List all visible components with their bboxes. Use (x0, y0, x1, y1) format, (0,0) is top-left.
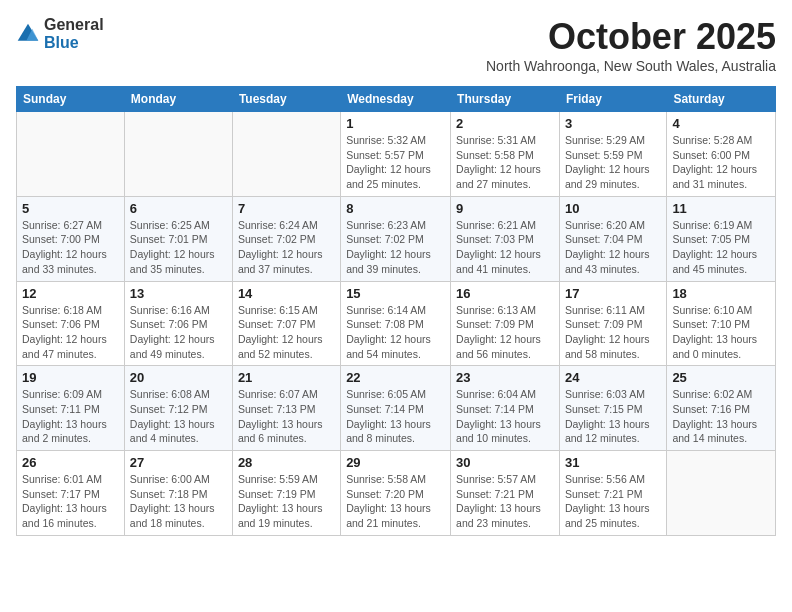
weekday-header-friday: Friday (559, 87, 666, 112)
day-number: 3 (565, 116, 661, 131)
day-info: Sunrise: 5:32 AM Sunset: 5:57 PM Dayligh… (346, 133, 445, 192)
day-number: 22 (346, 370, 445, 385)
day-info: Sunrise: 6:10 AM Sunset: 7:10 PM Dayligh… (672, 303, 770, 362)
weekday-header-saturday: Saturday (667, 87, 776, 112)
calendar-cell: 31Sunrise: 5:56 AM Sunset: 7:21 PM Dayli… (559, 451, 666, 536)
day-number: 6 (130, 201, 227, 216)
calendar-cell: 14Sunrise: 6:15 AM Sunset: 7:07 PM Dayli… (232, 281, 340, 366)
day-number: 27 (130, 455, 227, 470)
calendar-cell (667, 451, 776, 536)
month-title: October 2025 (486, 16, 776, 58)
calendar-cell: 12Sunrise: 6:18 AM Sunset: 7:06 PM Dayli… (17, 281, 125, 366)
calendar-cell: 27Sunrise: 6:00 AM Sunset: 7:18 PM Dayli… (124, 451, 232, 536)
day-number: 17 (565, 286, 661, 301)
day-info: Sunrise: 6:25 AM Sunset: 7:01 PM Dayligh… (130, 218, 227, 277)
weekday-header-sunday: Sunday (17, 87, 125, 112)
day-number: 18 (672, 286, 770, 301)
day-number: 12 (22, 286, 119, 301)
day-number: 23 (456, 370, 554, 385)
calendar-cell: 9Sunrise: 6:21 AM Sunset: 7:03 PM Daylig… (451, 196, 560, 281)
calendar-cell: 21Sunrise: 6:07 AM Sunset: 7:13 PM Dayli… (232, 366, 340, 451)
calendar-cell: 16Sunrise: 6:13 AM Sunset: 7:09 PM Dayli… (451, 281, 560, 366)
day-info: Sunrise: 5:58 AM Sunset: 7:20 PM Dayligh… (346, 472, 445, 531)
day-info: Sunrise: 6:20 AM Sunset: 7:04 PM Dayligh… (565, 218, 661, 277)
calendar-cell: 29Sunrise: 5:58 AM Sunset: 7:20 PM Dayli… (341, 451, 451, 536)
weekday-header-wednesday: Wednesday (341, 87, 451, 112)
day-info: Sunrise: 5:28 AM Sunset: 6:00 PM Dayligh… (672, 133, 770, 192)
day-number: 11 (672, 201, 770, 216)
day-number: 28 (238, 455, 335, 470)
day-info: Sunrise: 6:18 AM Sunset: 7:06 PM Dayligh… (22, 303, 119, 362)
day-number: 15 (346, 286, 445, 301)
day-number: 29 (346, 455, 445, 470)
day-number: 2 (456, 116, 554, 131)
day-number: 1 (346, 116, 445, 131)
day-number: 8 (346, 201, 445, 216)
day-number: 19 (22, 370, 119, 385)
calendar-cell: 8Sunrise: 6:23 AM Sunset: 7:02 PM Daylig… (341, 196, 451, 281)
calendar-cell: 1Sunrise: 5:32 AM Sunset: 5:57 PM Daylig… (341, 112, 451, 197)
calendar-cell: 5Sunrise: 6:27 AM Sunset: 7:00 PM Daylig… (17, 196, 125, 281)
weekday-header-monday: Monday (124, 87, 232, 112)
calendar-cell: 3Sunrise: 5:29 AM Sunset: 5:59 PM Daylig… (559, 112, 666, 197)
day-info: Sunrise: 6:19 AM Sunset: 7:05 PM Dayligh… (672, 218, 770, 277)
day-info: Sunrise: 6:21 AM Sunset: 7:03 PM Dayligh… (456, 218, 554, 277)
day-info: Sunrise: 5:56 AM Sunset: 7:21 PM Dayligh… (565, 472, 661, 531)
day-number: 9 (456, 201, 554, 216)
day-number: 26 (22, 455, 119, 470)
calendar-cell: 11Sunrise: 6:19 AM Sunset: 7:05 PM Dayli… (667, 196, 776, 281)
calendar-cell: 30Sunrise: 5:57 AM Sunset: 7:21 PM Dayli… (451, 451, 560, 536)
day-info: Sunrise: 5:31 AM Sunset: 5:58 PM Dayligh… (456, 133, 554, 192)
calendar-cell: 25Sunrise: 6:02 AM Sunset: 7:16 PM Dayli… (667, 366, 776, 451)
calendar-cell: 20Sunrise: 6:08 AM Sunset: 7:12 PM Dayli… (124, 366, 232, 451)
day-info: Sunrise: 6:23 AM Sunset: 7:02 PM Dayligh… (346, 218, 445, 277)
day-number: 5 (22, 201, 119, 216)
day-info: Sunrise: 6:02 AM Sunset: 7:16 PM Dayligh… (672, 387, 770, 446)
calendar-cell: 6Sunrise: 6:25 AM Sunset: 7:01 PM Daylig… (124, 196, 232, 281)
calendar-cell: 17Sunrise: 6:11 AM Sunset: 7:09 PM Dayli… (559, 281, 666, 366)
day-info: Sunrise: 6:16 AM Sunset: 7:06 PM Dayligh… (130, 303, 227, 362)
day-number: 21 (238, 370, 335, 385)
day-number: 16 (456, 286, 554, 301)
calendar-cell: 2Sunrise: 5:31 AM Sunset: 5:58 PM Daylig… (451, 112, 560, 197)
day-info: Sunrise: 6:03 AM Sunset: 7:15 PM Dayligh… (565, 387, 661, 446)
calendar-cell: 15Sunrise: 6:14 AM Sunset: 7:08 PM Dayli… (341, 281, 451, 366)
calendar-cell: 4Sunrise: 5:28 AM Sunset: 6:00 PM Daylig… (667, 112, 776, 197)
day-info: Sunrise: 6:09 AM Sunset: 7:11 PM Dayligh… (22, 387, 119, 446)
day-info: Sunrise: 6:00 AM Sunset: 7:18 PM Dayligh… (130, 472, 227, 531)
calendar-cell: 13Sunrise: 6:16 AM Sunset: 7:06 PM Dayli… (124, 281, 232, 366)
calendar-cell (232, 112, 340, 197)
day-info: Sunrise: 6:27 AM Sunset: 7:00 PM Dayligh… (22, 218, 119, 277)
day-number: 30 (456, 455, 554, 470)
day-info: Sunrise: 6:15 AM Sunset: 7:07 PM Dayligh… (238, 303, 335, 362)
calendar-cell: 18Sunrise: 6:10 AM Sunset: 7:10 PM Dayli… (667, 281, 776, 366)
weekday-header-thursday: Thursday (451, 87, 560, 112)
calendar-cell: 10Sunrise: 6:20 AM Sunset: 7:04 PM Dayli… (559, 196, 666, 281)
day-number: 31 (565, 455, 661, 470)
day-info: Sunrise: 6:24 AM Sunset: 7:02 PM Dayligh… (238, 218, 335, 277)
location-title: North Wahroonga, New South Wales, Austra… (486, 58, 776, 74)
day-info: Sunrise: 5:57 AM Sunset: 7:21 PM Dayligh… (456, 472, 554, 531)
logo-general: General (44, 16, 104, 33)
calendar-cell: 24Sunrise: 6:03 AM Sunset: 7:15 PM Dayli… (559, 366, 666, 451)
day-number: 4 (672, 116, 770, 131)
calendar-cell: 23Sunrise: 6:04 AM Sunset: 7:14 PM Dayli… (451, 366, 560, 451)
day-info: Sunrise: 6:07 AM Sunset: 7:13 PM Dayligh… (238, 387, 335, 446)
day-number: 10 (565, 201, 661, 216)
calendar-cell: 22Sunrise: 6:05 AM Sunset: 7:14 PM Dayli… (341, 366, 451, 451)
day-number: 7 (238, 201, 335, 216)
day-info: Sunrise: 6:14 AM Sunset: 7:08 PM Dayligh… (346, 303, 445, 362)
logo-blue: Blue (44, 34, 79, 51)
day-number: 14 (238, 286, 335, 301)
weekday-header-tuesday: Tuesday (232, 87, 340, 112)
day-info: Sunrise: 5:59 AM Sunset: 7:19 PM Dayligh… (238, 472, 335, 531)
day-info: Sunrise: 5:29 AM Sunset: 5:59 PM Dayligh… (565, 133, 661, 192)
calendar-cell: 26Sunrise: 6:01 AM Sunset: 7:17 PM Dayli… (17, 451, 125, 536)
day-number: 20 (130, 370, 227, 385)
day-number: 24 (565, 370, 661, 385)
day-info: Sunrise: 6:01 AM Sunset: 7:17 PM Dayligh… (22, 472, 119, 531)
day-number: 25 (672, 370, 770, 385)
calendar-table: SundayMondayTuesdayWednesdayThursdayFrid… (16, 86, 776, 536)
calendar-cell: 19Sunrise: 6:09 AM Sunset: 7:11 PM Dayli… (17, 366, 125, 451)
logo-icon (16, 22, 40, 46)
